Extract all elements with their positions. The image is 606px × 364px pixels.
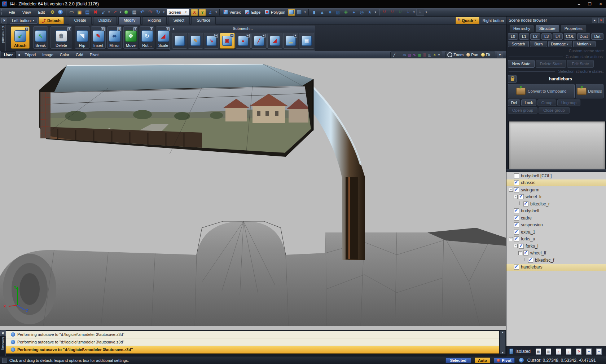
cube-icon[interactable]: ■ — [326, 9, 334, 15]
expand-options-icon[interactable]: ◙ — [133, 27, 137, 31]
checker-icon[interactable]: ▒ — [422, 53, 427, 57]
box-icon[interactable]: ▨ — [334, 9, 342, 15]
expand-options-icon[interactable]: ◙ — [214, 34, 218, 37]
help-icon[interactable]: ? — [57, 9, 64, 15]
knot-icon[interactable]: ★ — [366, 9, 373, 15]
close-log-icon[interactable]: ✖ — [0, 330, 6, 336]
reload-node-icon[interactable]: ↻ — [576, 349, 581, 355]
snap-disabled-icon[interactable]: ∩ — [416, 9, 424, 16]
log-scrollbar[interactable]: ▲ ▼ — [500, 330, 506, 354]
rotate-button[interactable]: ↻ Rot... ◙ — [140, 26, 154, 49]
axis-x-button[interactable]: X — [191, 9, 198, 16]
pan-button[interactable]: Pan — [471, 53, 478, 57]
textured-view-icon[interactable]: ▦ — [417, 53, 422, 57]
break-button[interactable]: ↖ Break — [33, 26, 48, 49]
pen-icon[interactable]: ✎ — [412, 53, 417, 57]
axis-dropdown-icon[interactable]: ▾ — [214, 10, 218, 14]
menu-image[interactable]: Image — [39, 53, 57, 57]
expand-options-icon[interactable]: ◙ — [150, 27, 153, 31]
collapse-all-icon[interactable]: − — [596, 349, 602, 355]
visibility-checkbox[interactable] — [528, 258, 533, 263]
viewport-3d[interactable]: Y Z x — [0, 58, 506, 330]
visibility-checkbox[interactable] — [514, 180, 519, 185]
menu-edit[interactable]: Edit — [34, 10, 48, 14]
file-tools-dropdown-icon[interactable]: ▾ — [162, 10, 166, 14]
spy-view-icon[interactable]: ♙ — [397, 53, 402, 57]
tree-collapse-icon[interactable]: − — [513, 244, 518, 248]
tree-collapse-icon[interactable]: − — [509, 187, 513, 192]
log-row[interactable]: i Performing autosave to "d:\logiciel\zm… — [6, 331, 499, 338]
tree-node-handlebars[interactable]: handlebars — [506, 264, 606, 271]
attach-button[interactable]: ↙ Attach ◙ — [11, 26, 30, 49]
ungroup-button[interactable]: Ungroup — [557, 99, 580, 106]
log-row[interactable]: i Performing autosave to "d:\logiciel\zm… — [6, 338, 499, 346]
paint-brush-tool-button[interactable]: ✎ — [188, 33, 203, 49]
viewport-dropdown-button[interactable]: ▾ — [497, 52, 503, 58]
export-dropdown-icon[interactable]: ▾ — [119, 10, 122, 14]
messages-rail[interactable]: ✖ Messag — [0, 330, 6, 356]
menu-grid[interactable]: Grid — [73, 53, 87, 57]
collapse-group-icon[interactable]: ▲ — [172, 27, 175, 30]
flip-button[interactable]: ◥ Flip — [75, 26, 89, 49]
tree-node-bodyshell[interactable]: bodyshell — [506, 208, 606, 215]
menu-file[interactable]: File — [5, 10, 19, 14]
screen-mode-select[interactable]: Screen ▾ — [167, 9, 189, 15]
tree-node-bodyshell-col-[interactable]: bodyshell [COL] — [506, 172, 606, 179]
expand-options-icon[interactable]: ◙ — [166, 27, 170, 31]
visibility-checkbox[interactable] — [523, 250, 528, 256]
quadr-tool-button[interactable]: ⥁ Quadr ▾ — [456, 17, 479, 24]
deselect-all-icon[interactable]: ▥ — [546, 349, 551, 355]
snap-ring-icon[interactable]: ∩ — [405, 9, 412, 15]
convert-compound-button[interactable]: Convert to Compound — [508, 84, 575, 98]
tab-surface[interactable]: Surface — [191, 17, 216, 25]
material-icon[interactable]: ▦ — [131, 9, 138, 15]
undo-icon[interactable]: ↶ — [139, 9, 146, 15]
detach-parts-tool-button[interactable]: ▣◙ — [220, 33, 235, 49]
fit-button[interactable]: Fit — [486, 53, 490, 57]
expand-options-icon[interactable]: ◙ — [262, 34, 265, 37]
group-button[interactable]: Group — [537, 99, 556, 106]
tree-node-wheel-lr[interactable]: −wheel_lr — [506, 194, 606, 201]
expand-options-icon[interactable]: ◙ — [294, 34, 297, 37]
tree-collapse-icon[interactable]: − — [518, 251, 523, 256]
edge-mode-button[interactable]: Edge — [243, 10, 263, 14]
minimize-button[interactable]: – — [574, 0, 584, 8]
left-button-select[interactable]: Left button: ▾ — [10, 17, 38, 24]
zoom-button[interactable]: Zoom — [453, 53, 464, 57]
render-icon[interactable] — [123, 9, 130, 15]
layer-l1-button[interactable]: L1 — [519, 33, 529, 40]
tree-node-forks-u[interactable]: −forks_u — [506, 236, 606, 243]
tree-node-bikedisc-f[interactable]: bikedisc_f — [506, 257, 606, 264]
layer-l0-button[interactable]: L0 — [508, 33, 518, 40]
snap-disabled-dropdown-icon[interactable]: ▾ — [425, 10, 428, 14]
visibility-checkbox[interactable] — [514, 236, 519, 241]
maximize-button[interactable]: ❐ — [584, 0, 595, 8]
damage-button[interactable]: Damage▾ — [548, 41, 572, 47]
chamfer-tool-button[interactable]: ▁◙ — [283, 33, 298, 49]
tab-modify[interactable]: Modify — [118, 17, 141, 25]
delete-state-button[interactable]: Delete State — [536, 60, 566, 68]
axis-y-button[interactable]: Y — [199, 9, 206, 16]
visibility-checkbox[interactable] — [523, 201, 528, 207]
visibility-checkbox[interactable] — [514, 265, 519, 270]
tree-node-bikedisc-r[interactable]: bikedisc_r — [506, 200, 606, 208]
selected-mode-button[interactable]: Selected — [445, 358, 471, 363]
expand-options-icon[interactable]: ◙ — [25, 27, 28, 31]
visibility-checkbox[interactable] — [519, 194, 524, 199]
visibility-checkbox[interactable] — [514, 173, 519, 178]
mode-dropdown-icon[interactable]: ▾ — [303, 10, 307, 14]
scale-button[interactable]: ◢ Scale ◙ — [156, 26, 171, 49]
expand-options-icon[interactable]: ◙ — [101, 27, 105, 31]
menu-view[interactable]: View — [19, 10, 35, 14]
rounded-cube-icon[interactable]: ▮ — [311, 9, 318, 15]
subobject-mode-button[interactable] — [296, 9, 303, 16]
panel-splitter[interactable] — [506, 169, 606, 172]
smooth-tool-button[interactable] — [172, 33, 187, 49]
layer-dust-button[interactable]: Dust — [577, 33, 590, 40]
redo-icon[interactable]: ↷ — [146, 9, 154, 15]
insert-button[interactable]: ✎ Insert ◙ — [91, 26, 106, 49]
tab-hierarchy[interactable]: Hierarchy — [509, 25, 534, 32]
clapper-icon[interactable]: ◫ — [427, 53, 432, 57]
extrude-tool-button[interactable]: ▲◙ — [236, 33, 251, 49]
back-arrow-icon[interactable]: ◀ — [17, 53, 20, 57]
